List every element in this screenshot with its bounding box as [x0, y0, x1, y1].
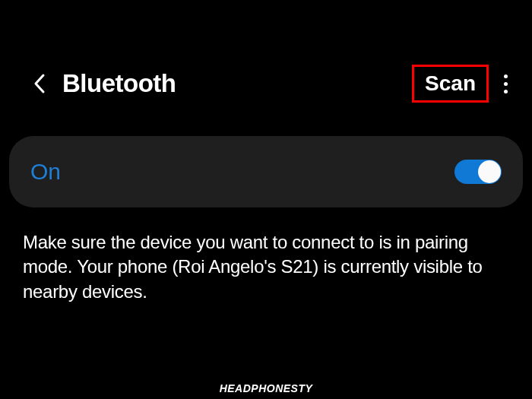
bluetooth-toggle-switch[interactable]	[454, 160, 502, 184]
scan-highlight: Scan	[412, 65, 489, 103]
bluetooth-toggle-card[interactable]: On	[9, 136, 523, 207]
pairing-help-text: Make sure the device you want to connect…	[0, 207, 532, 304]
watermark-text: HEADPHONESTY	[220, 382, 313, 394]
toggle-knob	[478, 160, 501, 183]
header-bar: Bluetooth Scan	[0, 42, 532, 118]
page-title: Bluetooth	[62, 69, 412, 98]
more-options-icon[interactable]	[495, 68, 517, 100]
toggle-state-label: On	[30, 159, 61, 185]
scan-button[interactable]: Scan	[425, 71, 476, 96]
back-icon[interactable]	[30, 74, 49, 93]
